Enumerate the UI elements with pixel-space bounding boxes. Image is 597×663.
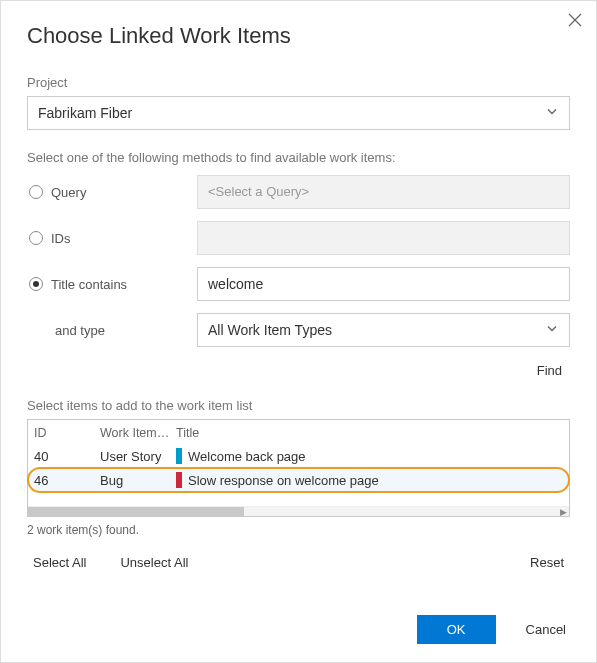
list-instruction: Select items to add to the work item lis…	[27, 398, 570, 413]
chevron-down-icon	[545, 105, 559, 122]
ids-input[interactable]	[197, 221, 570, 255]
select-all-button[interactable]: Select All	[27, 551, 92, 574]
method-instruction: Select one of the following methods to f…	[27, 150, 570, 165]
project-value: Fabrikam Fiber	[38, 105, 132, 121]
bug-icon	[176, 472, 182, 488]
horizontal-scrollbar[interactable]: ◀ ▶	[28, 506, 569, 516]
col-title[interactable]: Title	[176, 426, 565, 440]
col-id[interactable]: ID	[32, 426, 100, 440]
user-story-icon	[176, 448, 182, 464]
unselect-all-button[interactable]: Unselect All	[114, 551, 194, 574]
table-row[interactable]: 40 User Story Welcome back page	[28, 444, 569, 468]
title-input[interactable]	[197, 267, 570, 301]
table-row[interactable]: 46 Bug Slow response on welcome page	[28, 468, 569, 492]
type-label: and type	[29, 323, 105, 338]
chevron-down-icon	[545, 322, 559, 339]
close-icon[interactable]	[568, 13, 582, 31]
radio-ids[interactable]	[29, 231, 43, 245]
find-button[interactable]: Find	[529, 359, 570, 382]
project-select[interactable]: Fabrikam Fiber	[27, 96, 570, 130]
col-type[interactable]: Work Item…	[100, 426, 176, 440]
dialog-title: Choose Linked Work Items	[27, 23, 570, 49]
project-label: Project	[27, 75, 570, 90]
type-value: All Work Item Types	[208, 322, 332, 338]
query-select[interactable]: <Select a Query>	[197, 175, 570, 209]
reset-button[interactable]: Reset	[524, 551, 570, 574]
radio-query-label: Query	[51, 185, 86, 200]
radio-ids-label: IDs	[51, 231, 71, 246]
radio-query[interactable]	[29, 185, 43, 199]
radio-title[interactable]	[29, 277, 43, 291]
scrollbar-thumb[interactable]	[28, 507, 244, 516]
radio-title-label: Title contains	[51, 277, 127, 292]
cancel-button[interactable]: Cancel	[520, 621, 572, 638]
ok-button[interactable]: OK	[417, 615, 496, 644]
type-select[interactable]: All Work Item Types	[197, 313, 570, 347]
results-table: ID Work Item… Title 40 User Story Welcom…	[27, 419, 570, 517]
scroll-right-icon[interactable]: ▶	[557, 507, 569, 516]
result-count: 2 work item(s) found.	[27, 523, 570, 537]
